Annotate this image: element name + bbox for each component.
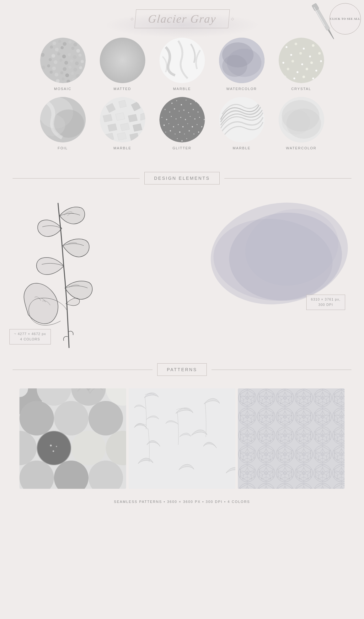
design-elements-title: DESIGN ELEMENTS: [154, 176, 210, 181]
svg-point-149: [192, 126, 193, 127]
svg-point-142: [204, 119, 205, 120]
watercolor-blob-dimensions: 6310 × 3761 px, 300 DPI: [306, 295, 345, 310]
svg-point-198: [56, 446, 57, 447]
svg-point-151: [201, 126, 202, 127]
svg-point-7: [42, 40, 46, 44]
svg-line-4: [314, 7, 325, 26]
svg-point-162: [167, 137, 168, 138]
svg-point-80: [292, 60, 294, 62]
svg-point-11: [63, 42, 67, 46]
svg-point-126: [174, 108, 175, 109]
svg-point-78: [318, 52, 321, 55]
svg-point-76: [299, 52, 302, 55]
svg-point-53: [76, 74, 80, 78]
svg-point-137: [180, 117, 181, 118]
svg-point-20: [71, 47, 74, 50]
svg-point-22: [82, 47, 85, 51]
svg-point-9: [52, 41, 56, 45]
svg-point-133: [161, 117, 162, 118]
svg-point-13: [73, 43, 77, 46]
patterns-section: PATTERNS: [0, 354, 364, 516]
svg-point-77: [309, 56, 311, 57]
svg-point-19: [66, 48, 69, 52]
svg-point-48: [50, 71, 53, 74]
marble-white-circle: [159, 38, 205, 83]
svg-point-140: [194, 118, 195, 120]
svg-point-119: [181, 104, 182, 105]
svg-rect-210: [238, 388, 345, 489]
svg-point-129: [188, 112, 189, 113]
svg-point-15: [45, 47, 48, 51]
svg-point-49: [55, 73, 58, 77]
svg-point-122: [195, 101, 196, 102]
svg-point-154: [174, 134, 175, 135]
svg-point-196: [37, 431, 71, 465]
svg-point-139: [190, 116, 190, 117]
watercolor-label: WATERCOLOR: [226, 87, 257, 91]
marble-swirl-label: MARBLE: [233, 146, 250, 150]
texture-item-foil: FOIL: [38, 97, 88, 150]
svg-point-83: [320, 60, 322, 62]
svg-point-34: [59, 59, 62, 62]
glitter-dark-circle: [159, 97, 205, 142]
svg-point-124: [164, 109, 166, 110]
svg-point-92: [321, 74, 324, 77]
svg-point-72: [295, 43, 297, 45]
svg-point-51: [65, 73, 69, 77]
svg-point-52: [71, 72, 74, 75]
texture-item-marble-white: MARBLE: [157, 38, 207, 91]
svg-point-17: [55, 48, 59, 51]
svg-rect-63: [159, 38, 205, 83]
svg-point-89: [293, 77, 295, 79]
svg-point-146: [178, 124, 179, 125]
svg-point-84: [287, 68, 289, 70]
svg-point-197: [50, 445, 52, 446]
svg-point-50: [60, 71, 63, 74]
botanical-dimensions: ~ 4277 × 4672 px 4 COLORS: [9, 329, 51, 344]
mosaic-label: MOSAIC: [54, 87, 71, 91]
svg-point-57: [56, 79, 60, 83]
svg-point-28: [68, 53, 71, 56]
svg-point-47: [44, 72, 48, 76]
svg-point-44: [68, 66, 72, 69]
watercolor-blob-area: 6310 × 3761 px, 300 DPI: [198, 197, 355, 323]
svg-rect-171: [219, 97, 265, 142]
texture-item-glitter-dark: GLITTER: [157, 97, 207, 150]
marble-crushed-circle: [100, 97, 145, 142]
svg-point-152: [165, 132, 166, 133]
svg-point-81: [301, 63, 303, 65]
svg-point-116: [167, 99, 168, 100]
botanical-area: ~ 4277 × 4672 px 4 COLORS: [6, 191, 126, 354]
svg-point-35: [64, 61, 68, 65]
svg-point-61: [77, 80, 81, 83]
svg-point-42: [58, 65, 61, 68]
foil-label: FOIL: [58, 146, 68, 150]
svg-point-163: [172, 140, 173, 141]
top-section: CLICK TO SEE ALL Glacier Gray: [0, 0, 364, 166]
svg-point-36: [70, 59, 73, 62]
svg-point-121: [190, 103, 191, 104]
svg-point-43: [63, 67, 67, 71]
svg-point-136: [175, 118, 177, 120]
mosaic-circle: [40, 38, 86, 83]
svg-point-168: [195, 138, 196, 139]
svg-point-30: [78, 54, 82, 57]
svg-point-169: [200, 140, 201, 141]
svg-point-156: [184, 134, 185, 135]
svg-point-120: [185, 100, 186, 101]
svg-point-159: [198, 131, 199, 133]
svg-point-68: [222, 55, 247, 77]
geometric-pattern: [238, 388, 345, 489]
svg-point-123: [200, 105, 201, 106]
svg-point-147: [182, 126, 184, 127]
svg-point-138: [185, 119, 186, 120]
svg-point-45: [73, 68, 77, 72]
svg-point-128: [183, 109, 185, 111]
svg-point-60: [72, 78, 75, 81]
marble-swirl-circle: [219, 97, 265, 142]
svg-point-31: [43, 59, 47, 63]
svg-point-148: [187, 123, 188, 124]
svg-point-115: [162, 101, 163, 102]
svg-point-165: [181, 140, 183, 141]
watercolor-circle: [219, 38, 265, 83]
